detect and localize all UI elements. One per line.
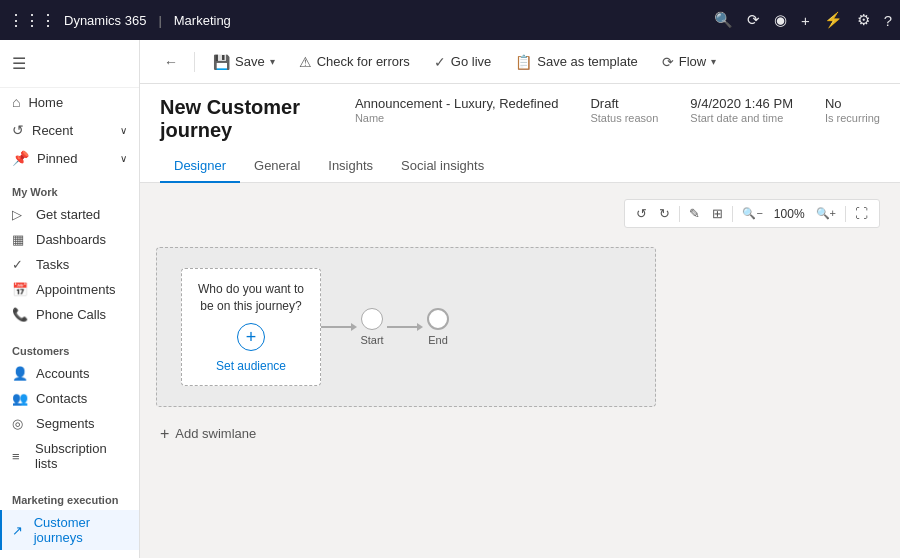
sidebar-item-customer-journeys[interactable]: ↗ Customer journeys	[0, 510, 139, 550]
content-area: ← 💾 Save ▾ ⚠ Check for errors ✓ Go live …	[140, 40, 900, 558]
add-icon[interactable]: +	[801, 12, 810, 29]
connector-to-start	[321, 323, 357, 331]
page-meta: Announcement - Luxury, Redefined Name Dr…	[355, 96, 880, 124]
save-label: Save	[235, 54, 265, 69]
module-name: Marketing	[174, 13, 231, 28]
save-dropdown-icon: ▾	[270, 56, 275, 67]
tasks-icon: ✓	[12, 257, 28, 272]
brand-name: Dynamics 365	[64, 13, 146, 28]
search-icon[interactable]: 🔍	[714, 11, 733, 29]
segments-label: Segments	[36, 416, 95, 431]
sidebar-item-accounts[interactable]: 👤 Accounts	[0, 361, 139, 386]
sidebar-item-pinned[interactable]: 📌 Pinned ∨	[0, 144, 139, 172]
redo-button[interactable]: ↻	[654, 203, 675, 224]
designer-canvas[interactable]: ↺ ↻ ✎ ⊞ 🔍− 100% 🔍+ ⛶ Who do you want to …	[140, 183, 900, 558]
tab-designer[interactable]: Designer	[160, 150, 240, 183]
filter-icon[interactable]: ⚡	[824, 11, 843, 29]
meta-status-value: Draft	[590, 96, 658, 111]
sidebar-item-phone-calls[interactable]: 📞 Phone Calls	[0, 302, 139, 327]
sidebar-item-tasks[interactable]: ✓ Tasks	[0, 252, 139, 277]
flow-icon: ⟳	[662, 54, 674, 70]
meta-recurring: No Is recurring	[825, 96, 880, 124]
save-icon: 💾	[213, 54, 230, 70]
meta-status: Draft Status reason	[590, 96, 658, 124]
sidebar-item-subscription-lists[interactable]: ≡ Subscription lists	[0, 436, 139, 476]
marketing-execution-section: Marketing execution ↗ Customer journeys …	[0, 480, 139, 558]
flow-dropdown-icon: ▾	[711, 56, 716, 67]
tab-insights[interactable]: Insights	[314, 150, 387, 183]
tab-general[interactable]: General	[240, 150, 314, 183]
audience-box[interactable]: Who do you want to be on this journey? +…	[181, 268, 321, 386]
meta-start-date-label: Start date and time	[690, 112, 793, 124]
my-work-title: My Work	[0, 182, 139, 202]
sidebar-item-segments[interactable]: ◎ Segments	[0, 411, 139, 436]
set-audience-link[interactable]: Set audience	[216, 359, 286, 373]
customer-journeys-label: Customer journeys	[34, 515, 127, 545]
pinned-icon: 📌	[12, 150, 29, 166]
hamburger-menu[interactable]: ☰	[0, 48, 139, 79]
add-swimlane-label: Add swimlane	[175, 426, 256, 441]
grid-tool[interactable]: ⊞	[707, 203, 728, 224]
help-icon[interactable]: ?	[884, 12, 892, 29]
connector-to-end	[387, 323, 423, 331]
appointments-label: Appointments	[36, 282, 116, 297]
sidebar-item-contacts[interactable]: 👥 Contacts	[0, 386, 139, 411]
accounts-icon: 👤	[12, 366, 28, 381]
fullscreen-icon[interactable]: ⛶	[850, 203, 873, 224]
sidebar-item-dashboards[interactable]: ▦ Dashboards	[0, 227, 139, 252]
my-work-section: My Work ▷ Get started ▦ Dashboards ✓ Tas…	[0, 172, 139, 331]
sidebar-item-appointments[interactable]: 📅 Appointments	[0, 277, 139, 302]
page-title: New Customer journey	[160, 96, 355, 142]
customers-section: Customers 👤 Accounts 👥 Contacts ◎ Segmen…	[0, 331, 139, 480]
location-icon[interactable]: ◉	[774, 11, 787, 29]
marketing-execution-title: Marketing execution	[0, 490, 139, 510]
refresh-icon[interactable]: ⟳	[747, 11, 760, 29]
dashboards-label: Dashboards	[36, 232, 106, 247]
tab-social-insights[interactable]: Social insights	[387, 150, 498, 183]
apps-grid-icon[interactable]: ⋮⋮⋮	[8, 11, 56, 30]
meta-recurring-label: Is recurring	[825, 112, 880, 124]
tabs: Designer General Insights Social insight…	[140, 150, 900, 183]
save-template-icon: 📋	[515, 54, 532, 70]
audience-text: Who do you want to be on this journey?	[194, 281, 308, 315]
home-icon: ⌂	[12, 94, 20, 110]
accounts-label: Accounts	[36, 366, 89, 381]
sidebar: ☰ ⌂ Home ↺ Recent ∨ 📌 Pinned ∨ My Work ▷…	[0, 40, 140, 558]
settings-icon[interactable]: ⚙	[857, 11, 870, 29]
zoom-in-icon[interactable]: 🔍+	[811, 204, 841, 223]
get-started-icon: ▷	[12, 207, 28, 222]
pinned-label: Pinned	[37, 151, 77, 166]
back-button[interactable]: ←	[156, 48, 186, 76]
check-errors-icon: ⚠	[299, 54, 312, 70]
go-live-button[interactable]: ✓ Go live	[424, 49, 501, 75]
subscription-lists-label: Subscription lists	[35, 441, 127, 471]
meta-start-date-value: 9/4/2020 1:46 PM	[690, 96, 793, 111]
start-label: Start	[360, 334, 383, 346]
check-errors-button[interactable]: ⚠ Check for errors	[289, 49, 420, 75]
command-bar: ← 💾 Save ▾ ⚠ Check for errors ✓ Go live …	[140, 40, 900, 84]
start-node: Start	[357, 308, 387, 346]
undo-button[interactable]: ↺	[631, 203, 652, 224]
save-button[interactable]: 💾 Save ▾	[203, 49, 285, 75]
add-swimlane-button[interactable]: + Add swimlane	[156, 415, 884, 453]
audience-add-button[interactable]: +	[237, 323, 265, 351]
flow-button[interactable]: ⟳ Flow ▾	[652, 49, 726, 75]
sidebar-item-home[interactable]: ⌂ Home	[0, 88, 139, 116]
zoom-out-icon[interactable]: 🔍−	[737, 204, 767, 223]
meta-start-date: 9/4/2020 1:46 PM Start date and time	[690, 96, 793, 124]
sidebar-item-marketing-emails[interactable]: ✉ Marketing emails	[0, 550, 139, 558]
go-live-label: Go live	[451, 54, 491, 69]
sidebar-item-recent[interactable]: ↺ Recent ∨	[0, 116, 139, 144]
save-as-template-button[interactable]: 📋 Save as template	[505, 49, 647, 75]
contacts-label: Contacts	[36, 391, 87, 406]
check-errors-label: Check for errors	[317, 54, 410, 69]
contacts-icon: 👥	[12, 391, 28, 406]
get-started-label: Get started	[36, 207, 100, 222]
meta-status-label: Status reason	[590, 112, 658, 124]
phone-calls-icon: 📞	[12, 307, 28, 322]
tasks-label: Tasks	[36, 257, 69, 272]
edit-tool[interactable]: ✎	[684, 203, 705, 224]
recent-label: Recent	[32, 123, 73, 138]
meta-name-value: Announcement - Luxury, Redefined	[355, 96, 559, 111]
sidebar-item-get-started[interactable]: ▷ Get started	[0, 202, 139, 227]
